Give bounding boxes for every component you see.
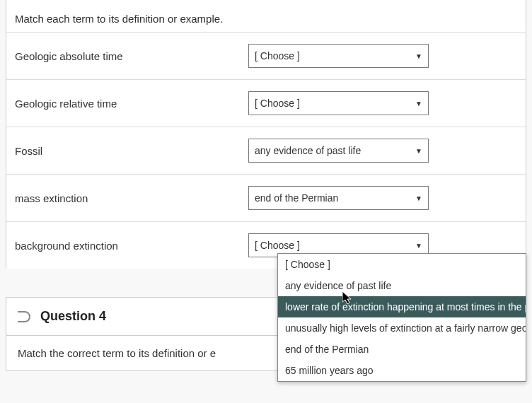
dropdown-option[interactable]: [ Choose ] [278,254,526,275]
dropdown-option[interactable]: end of the Permian [278,339,526,360]
question-title: Question 4 [40,309,106,324]
chevron-down-icon: ▼ [415,147,422,155]
term-label: background extinction [15,240,248,252]
instruction-text: Match each term to its definition or exa… [6,0,526,32]
match-row: Geologic absolute time [ Choose ] ▼ [6,32,526,79]
select-value: [ Choose ] [255,98,300,109]
term-label: mass extinction [15,192,248,204]
term-select-relative-time[interactable]: [ Choose ] ▼ [248,91,429,115]
dropdown-menu[interactable]: [ Choose ] any evidence of past life low… [277,253,526,382]
dropdown-option[interactable]: any evidence of past life [278,275,526,296]
match-row: Geologic relative time [ Choose ] ▼ [6,79,526,127]
term-label: Fossil [15,145,248,157]
dropdown-option-selected[interactable]: lower rate of extinction happening at mo… [278,296,526,317]
dropdown-option[interactable]: unusually high levels of extinction at a… [278,317,526,339]
term-select-mass-extinction[interactable]: end of the Permian ▼ [248,186,429,210]
chevron-down-icon: ▼ [415,52,422,60]
bookmark-outline-icon[interactable] [18,311,30,322]
chevron-down-icon: ▼ [415,100,422,107]
dropdown-option[interactable]: 65 million years ago [278,360,526,381]
select-value: any evidence of past life [255,145,361,156]
select-value: [ Choose ] [255,240,300,251]
term-label: Geologic relative time [15,98,248,110]
match-row: Fossil any evidence of past life ▼ [6,127,526,174]
chevron-down-icon: ▼ [415,194,422,202]
term-select-fossil[interactable]: any evidence of past life ▼ [248,139,429,163]
term-label: Geologic absolute time [15,50,248,62]
select-value: [ Choose ] [255,50,300,62]
select-value: end of the Permian [255,192,338,204]
chevron-down-icon: ▼ [415,242,422,250]
term-select-absolute-time[interactable]: [ Choose ] ▼ [248,44,429,68]
match-row: mass extinction end of the Permian ▼ [6,174,526,221]
